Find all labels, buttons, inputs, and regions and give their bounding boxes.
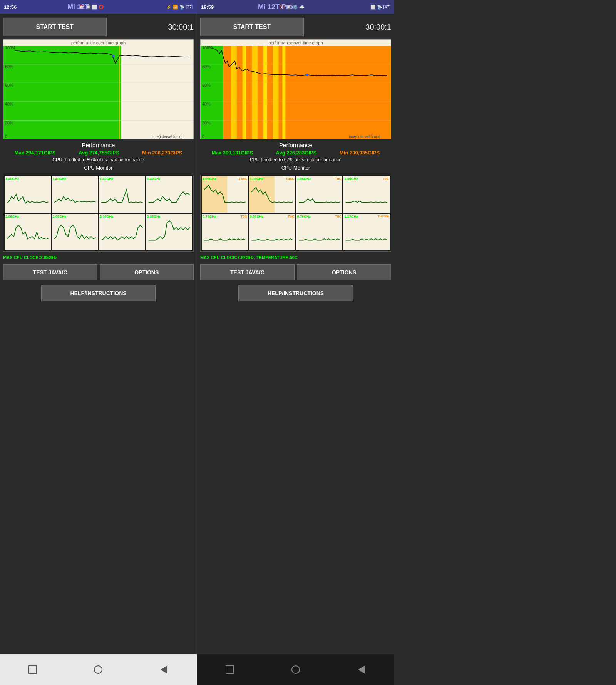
right-cpu-cell-2: 1.05GHz T0C (296, 176, 343, 213)
svg-rect-17 (99, 176, 145, 213)
left-perf-throttle: CPU throttled to 85% of its max performa… (3, 157, 194, 163)
left-perf-title: Performance (3, 142, 194, 148)
svg-text:20%: 20% (5, 120, 13, 125)
right-graph-svg: 100% 80% 60% 40% 20% 0 time(interval 5mi… (201, 40, 391, 139)
right-content: START TEST 30:00:1 performance over time… (197, 14, 394, 654)
svg-rect-29 (263, 45, 267, 139)
right-perf-throttle: CPU throttled to 67% of its max performa… (200, 157, 391, 163)
left-max-cpu-clock: MAX CPU CLOCK:2.85GHz (3, 255, 194, 260)
svg-rect-51 (249, 214, 295, 250)
svg-rect-50 (202, 214, 248, 250)
right-time: 19:59 (201, 4, 214, 10)
left-bottom-buttons: TEST JAVA/C OPTIONS (3, 264, 194, 280)
left-graph-container: performance over time graph 100% 80% (3, 39, 194, 139)
svg-rect-47 (249, 176, 275, 213)
right-perf-min: Min 200,935GIPS (340, 150, 380, 156)
left-cpu-cell-2: 1.40GHz (99, 176, 145, 213)
right-nav-square[interactable] (224, 663, 236, 676)
left-graph-svg: 100% 80% 60% 40% 20% 0 time(interval 5mi… (3, 40, 193, 139)
wifi-icon: 📡 (179, 5, 185, 10)
right-perf-stats: Max 309,131GIPS Avg 226,283GIPS Min 200,… (200, 150, 391, 156)
signal-icon: 📶 (173, 5, 178, 10)
left-top-bar: START TEST 30:00:1 (3, 17, 194, 37)
bluetooth-icon: ⚡ (166, 5, 172, 10)
right-test-java-button[interactable]: TEST JAVA/C (200, 264, 295, 280)
left-nav-square[interactable] (27, 663, 39, 676)
left-cpu-cell-4: 2.05GHz (5, 214, 51, 250)
svg-text:time(interval 5min): time(interval 5min) (152, 134, 183, 139)
right-cpu-cell-7: 1.17GHz T-40000 (343, 214, 390, 250)
left-perf-max: Max 294,171GIPS (15, 150, 56, 156)
right-nav-back[interactable] (355, 663, 368, 676)
right-battery-icon: [47] (383, 5, 390, 9)
right-nav-home[interactable] (290, 663, 302, 676)
right-device-name: Mi 12T Pro (258, 3, 293, 11)
right-help-button[interactable]: HELP/INSTRUCTIONS (238, 285, 353, 301)
svg-text:0: 0 (5, 134, 7, 139)
left-perf-avg: Avg 274,755GIPS (79, 150, 119, 156)
svg-text:100%: 100% (202, 45, 213, 50)
svg-rect-15 (5, 176, 51, 213)
right-status-icons: ⬜ 📡 [47] (370, 5, 390, 10)
right-cpu-cell-4: 0.76GHz T0C (202, 214, 248, 250)
right-graph-title: performance over time graph (201, 40, 391, 46)
svg-rect-16 (52, 176, 98, 213)
right-max-cpu-clock: MAX CPU CLOCK:2.82GHz, TEMPERATURE:50C (200, 255, 391, 260)
right-perf-max: Max 309,131GIPS (212, 150, 253, 156)
svg-text:60%: 60% (5, 83, 13, 87)
svg-text:80%: 80% (202, 64, 211, 69)
svg-rect-26 (231, 45, 237, 139)
right-cpu-grid: 1.05GHz T36C 1.05GHz T36C (200, 175, 391, 252)
svg-text:40%: 40% (202, 102, 211, 106)
left-options-button[interactable]: OPTIONS (100, 264, 194, 280)
svg-text:60%: 60% (202, 83, 211, 87)
svg-rect-1 (3, 45, 121, 139)
left-nav-home[interactable] (92, 663, 104, 676)
right-status-bar: 19:59 🔇 🔲 ⚙️ ☁️ Mi 12T Pro ⬜ 📡 [47] (197, 0, 394, 14)
left-graph-title: performance over time graph (3, 40, 193, 46)
svg-text:20%: 20% (202, 120, 211, 125)
left-perf-section: Performance Max 294,171GIPS Avg 274,755G… (3, 142, 194, 163)
svg-text:time(interval 5min): time(interval 5min) (349, 134, 380, 139)
right-cpu-cell-6: 0.76GHz T0C (296, 214, 343, 250)
svg-point-43 (306, 74, 308, 76)
svg-rect-27 (243, 45, 246, 139)
right-screen-icon: ⬜ (370, 5, 376, 10)
svg-rect-53 (343, 214, 390, 250)
svg-rect-22 (146, 214, 192, 250)
svg-rect-30 (273, 45, 279, 139)
svg-rect-20 (52, 214, 98, 250)
right-phone-panel: 19:59 🔇 🔲 ⚙️ ☁️ Mi 12T Pro ⬜ 📡 [47] STAR… (197, 0, 394, 685)
left-perf-stats: Max 294,171GIPS Avg 274,755GIPS Min 208,… (3, 150, 194, 156)
svg-rect-52 (296, 214, 343, 250)
left-nav-back[interactable] (158, 663, 170, 676)
right-cpu-cell-5: 0.76GHz T0C (249, 214, 295, 250)
right-nav-bar (197, 654, 394, 685)
right-cpu-cell-0: 1.05GHz T36C (202, 176, 248, 213)
svg-text:0: 0 (202, 134, 204, 139)
left-start-test-button[interactable]: START TEST (3, 18, 107, 36)
left-test-java-button[interactable]: TEST JAVA/C (3, 264, 97, 280)
left-device-name: Mi 12T (67, 3, 89, 11)
right-options-button[interactable]: OPTIONS (297, 264, 391, 280)
right-perf-avg: Avg 226,283GIPS (276, 150, 317, 156)
svg-rect-28 (252, 45, 258, 139)
svg-text:100%: 100% (5, 45, 16, 50)
left-cpu-cell-3: 1.40GHz (146, 176, 192, 213)
left-help-button[interactable]: HELP/INSTRUCTIONS (41, 285, 156, 301)
left-cpu-cell-5: 2.05GHz (52, 214, 98, 250)
svg-text:40%: 40% (5, 102, 13, 106)
left-cpu-cell-1: 1.40GHz (52, 176, 98, 213)
left-time: 12:56 (4, 4, 17, 10)
left-status-bar: 12:56 ⏰ 🔲 ⬜ ⭕ Mi 12T ⚡ 📶 📡 [37] (0, 0, 197, 14)
left-phone-panel: 12:56 ⏰ 🔲 ⬜ ⭕ Mi 12T ⚡ 📶 📡 [37] START TE… (0, 0, 197, 685)
right-perf-title: Performance (200, 142, 391, 148)
svg-rect-49 (343, 176, 390, 213)
left-status-icons: ⚡ 📶 📡 [37] (166, 5, 193, 10)
svg-rect-19 (5, 214, 51, 250)
left-cpu-cell-7: 2.35GHz (146, 214, 192, 250)
left-timer: 30:00:1 (110, 23, 194, 32)
battery-icon: [37] (186, 5, 193, 9)
left-perf-min: Min 208,273GIPS (142, 150, 182, 156)
right-start-test-button[interactable]: START TEST (200, 18, 304, 36)
